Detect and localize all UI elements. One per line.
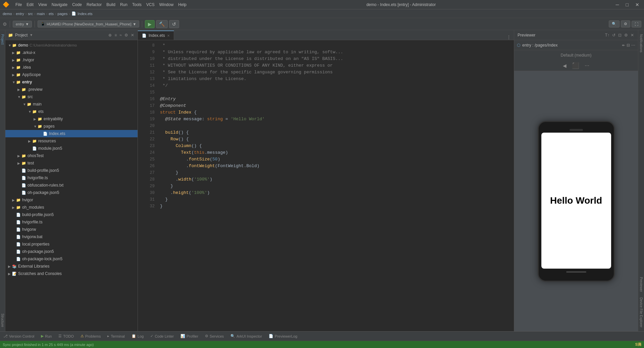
menu-item-tools[interactable]: Tools xyxy=(130,2,144,8)
menu-item-file[interactable]: File xyxy=(13,2,24,8)
menu-item-build[interactable]: Build xyxy=(104,2,117,8)
filter-icon[interactable]: ≈ xyxy=(119,32,122,38)
title-controls[interactable]: ─ □ ✕ xyxy=(614,1,641,8)
menu-item-vcs[interactable]: VCS xyxy=(144,2,157,8)
tree-item-extlibs[interactable]: ▶ 📚 External Libraries xyxy=(5,263,138,270)
breadcrumb-entry[interactable]: entry xyxy=(16,12,24,16)
nav-back-button[interactable]: ◀ xyxy=(561,62,568,70)
expand-icon[interactable]: ⛶ xyxy=(632,21,641,27)
maximize-button[interactable]: □ xyxy=(624,1,631,8)
tree-item-buildprofile[interactable]: 📄 build-profile.json5 xyxy=(5,167,138,174)
refresh-icon[interactable]: ↺ xyxy=(611,32,616,38)
breadcrumb-src[interactable]: src xyxy=(28,12,33,16)
tab-run[interactable]: ▶ Run xyxy=(38,332,55,341)
tree-item-modulejson[interactable]: 📄 module.json5 xyxy=(5,145,138,152)
tree-root[interactable]: ▼ 📁 demo C:\Users\Administrator\demo xyxy=(5,42,138,49)
tab-arkui-inspector[interactable]: 🔍 ArkUI Inspector xyxy=(227,332,265,341)
font-icon[interactable]: T↑ xyxy=(604,32,610,38)
minimize-button[interactable]: ─ xyxy=(614,1,621,8)
tree-item-test[interactable]: ▶ 📁 test xyxy=(5,159,138,167)
tree-item-idea[interactable]: ▶ 📁 .idea xyxy=(5,64,138,71)
settings-gear-icon[interactable]: ⚙ xyxy=(621,20,630,27)
tab-previewerlog[interactable]: 📄 PreviewerLog xyxy=(265,332,301,341)
tree-item-ohpackage2[interactable]: 📄 oh-package.json5 xyxy=(5,248,138,255)
tree-item-ohpackage[interactable]: 📄 oh-package.json5 xyxy=(5,189,138,196)
device-file-label[interactable]: Device File Explorer xyxy=(639,295,644,330)
breadcrumb-demo[interactable]: demo xyxy=(3,12,12,16)
build-button[interactable]: 🔨 xyxy=(156,20,168,28)
previewer-label[interactable]: Previewer xyxy=(639,274,644,294)
sync-button[interactable]: ↺ xyxy=(169,20,179,28)
tab-todo[interactable]: ☰ TODO xyxy=(55,332,77,341)
tree-item-ohostest[interactable]: ▶ 📁 ohosTest xyxy=(5,152,138,159)
breadcrumb-main[interactable]: main xyxy=(37,12,45,16)
tree-item-hvigorfile2[interactable]: 📄 hvigorfile.ts xyxy=(5,218,138,226)
close-panel-icon[interactable]: ✕ xyxy=(130,32,135,38)
menu-item-code[interactable]: Code xyxy=(70,2,84,8)
path-icon3[interactable]: ⋯ xyxy=(631,43,635,48)
breadcrumb-index[interactable]: 📄 Index.ets xyxy=(71,11,93,16)
tab-close-button[interactable]: ✕ xyxy=(167,34,170,38)
settings-icon[interactable]: ⚙ xyxy=(3,21,7,27)
run-button[interactable]: ▶ xyxy=(145,20,155,28)
tree-item-resources[interactable]: ▶ 📁 resources xyxy=(5,137,138,145)
nav-more-button[interactable]: ⋯ xyxy=(583,62,591,70)
panel-settings-icon[interactable]: ⚙ xyxy=(124,32,129,38)
entry-selector[interactable]: entry▼ xyxy=(13,21,32,27)
tree-item-buildprofile2[interactable]: 📄 build-profile.json5 xyxy=(5,211,138,218)
tree-item-scratches[interactable]: ▶ 📝 Scratches and Consoles xyxy=(5,270,138,277)
tree-item-hvigor-root[interactable]: ▶ 📁 hvigor xyxy=(5,196,138,204)
tab-services[interactable]: ⚙ Services xyxy=(202,332,227,341)
tree-item-arkui-x[interactable]: ▶ 📁 .arkui-x xyxy=(5,49,138,56)
menu-item-edit[interactable]: Edit xyxy=(24,2,36,8)
inspect-icon[interactable]: ⊡ xyxy=(618,32,622,38)
tree-item-src[interactable]: ▼ 📁 src xyxy=(5,93,138,100)
path-icon2[interactable]: ⊟ xyxy=(627,43,630,48)
tree-item-ohpackagelock[interactable]: 📄 oh-package-lock.json5 xyxy=(5,255,138,263)
previewer-settings-icon[interactable]: ⚙ xyxy=(624,32,629,38)
menu-item-refactor[interactable]: Refactor xyxy=(85,2,104,8)
tree-item-entry[interactable]: ▼ 📁 entry xyxy=(5,78,138,86)
tree-item-ets[interactable]: ▼ 📁 ets xyxy=(5,108,138,115)
breadcrumb-ets[interactable]: ets xyxy=(49,12,54,16)
tree-item-ohmodules[interactable]: ▶ 📁 oh_modules xyxy=(5,204,138,211)
tab-problems[interactable]: ⚠ Problems xyxy=(77,332,104,341)
path-icon1[interactable]: ↞ xyxy=(622,43,625,48)
tree-item-localprops[interactable]: 📄 local.properties xyxy=(5,240,138,248)
tree-item-hvigorfile[interactable]: 📄 hvigorfile.ts xyxy=(5,174,138,182)
menu-item-view[interactable]: View xyxy=(36,2,49,8)
structure-sidebar-label[interactable]: Structure xyxy=(0,311,5,330)
tree-item-pages[interactable]: ▼ 📁 pages xyxy=(5,123,138,130)
tree-item-hvigorwbat[interactable]: 📄 hvigorw.bat xyxy=(5,233,138,240)
tab-log[interactable]: 📋 Log xyxy=(128,332,147,341)
tab-version-control[interactable]: ⎇ Version Control xyxy=(0,332,38,341)
close-button[interactable]: ✕ xyxy=(633,1,641,8)
tab-codelinter[interactable]: ✓ Code Linter xyxy=(147,332,177,341)
menu-item-navigate[interactable]: Navigate xyxy=(50,2,69,8)
tab-indexets[interactable]: 📄 Index.ets ✕ xyxy=(138,30,174,40)
menu-item-window[interactable]: Window xyxy=(157,2,176,8)
tabs-more-button[interactable]: ⋮ xyxy=(504,34,514,40)
tree-item-hvigorw[interactable]: 📄 hvigorw xyxy=(5,226,138,233)
tree-item-preview[interactable]: ▶ 📁 .preview xyxy=(5,86,138,93)
collapse-icon[interactable]: ≡ xyxy=(114,32,117,38)
menu-item-help[interactable]: Help xyxy=(176,2,189,8)
code-content[interactable]: * * Unless required by applicable law or… xyxy=(157,40,514,331)
breadcrumb-pages[interactable]: pages xyxy=(58,12,68,16)
nav-rotate-button[interactable]: ⬛ xyxy=(571,61,581,71)
locate-icon[interactable]: ⊕ xyxy=(108,32,112,38)
tree-item-hvigor[interactable]: ▶ 📁 .hvigor xyxy=(5,56,138,64)
tree-item-appscope[interactable]: ▶ 📁 AppScope xyxy=(5,71,138,78)
tree-item-indexets[interactable]: 📄 Index.ets xyxy=(5,130,138,137)
search-icon[interactable]: 🔍 xyxy=(609,20,620,27)
tree-item-main[interactable]: ▼ 📁 main xyxy=(5,100,138,108)
tree-item-entryability[interactable]: ▶ 📁 entryability xyxy=(5,115,138,123)
device-selector[interactable]: 📱HUAWEI Phone [NewDevice_from_Huawei_Pho… xyxy=(38,20,139,27)
notifications-label[interactable]: Notifications xyxy=(639,31,644,55)
menu-item-run[interactable]: Run xyxy=(118,2,129,8)
tab-terminal[interactable]: ▸ Terminal xyxy=(104,332,128,341)
close-previewer-icon[interactable]: ✕ xyxy=(630,32,635,38)
tab-profiler[interactable]: 📊 Profiler xyxy=(177,332,202,341)
project-sidebar-label[interactable]: Project xyxy=(0,31,5,47)
tree-item-obfuscation[interactable]: 📄 obfuscation-rules.txt xyxy=(5,182,138,189)
